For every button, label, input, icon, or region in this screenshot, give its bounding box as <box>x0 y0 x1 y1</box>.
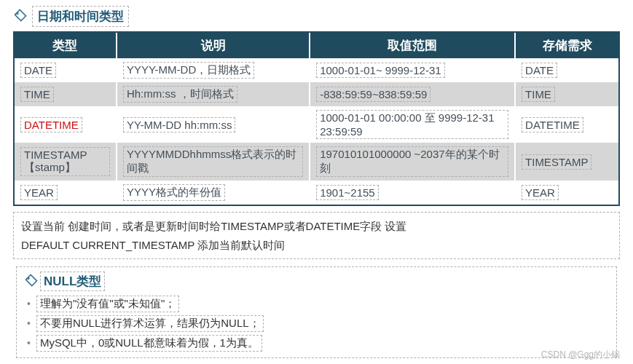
cell-value: DATE <box>20 63 56 78</box>
table-cell: TIMESTAMP【stamp】 <box>15 143 117 181</box>
table-cell: YY-MM-DD hh:mm:ss <box>117 106 310 143</box>
table-cell: DATETIME <box>15 106 117 143</box>
table-cell: 197010101000000 ~2037年的某个时刻 <box>310 143 516 181</box>
null-section: NULL类型 •理解为"没有值"或"未知值"；•不要用NULL进行算术运算，结果… <box>16 266 617 358</box>
note-line: 设置当前 创建时间，或者是更新时间时给TIMESTAMP或者DATETIME字段… <box>21 217 612 236</box>
table-cell: 1901~2155 <box>310 181 516 205</box>
th-storage: 存储需求 <box>516 33 618 58</box>
cell-value: YYYY-MM-DD，日期格式 <box>123 62 254 79</box>
note-block: 设置当前 创建时间，或者是更新时间时给TIMESTAMP或者DATETIME字段… <box>13 212 620 259</box>
cell-value: 1901~2155 <box>316 185 379 200</box>
null-heading: NULL类型 <box>24 272 609 291</box>
heading-title: 日期和时间类型 <box>32 6 129 27</box>
list-item: MySQL中，0或NULL都意味着为假，1为真。 <box>36 335 262 352</box>
cell-value: YY-MM-DD hh:mm:ss <box>123 117 235 132</box>
list-item: 理解为"没有值"或"未知值"； <box>36 296 179 312</box>
table-cell: YYYYMMDDhhmmss格式表示的时间戳 <box>117 143 310 181</box>
table-row: DATEYYYY-MM-DD，日期格式1000-01-01~ 9999-12-3… <box>15 58 618 82</box>
table-cell: DATE <box>516 58 618 82</box>
tag-icon <box>13 8 28 25</box>
table-cell: DATE <box>15 58 117 82</box>
cell-value: YYYY格式的年份值 <box>123 184 225 201</box>
table-header-row: 类型 说明 取值范围 存储需求 <box>15 33 618 58</box>
table-cell: YYYY-MM-DD，日期格式 <box>117 58 310 82</box>
table-cell: YEAR <box>15 181 117 205</box>
th-type: 类型 <box>15 33 117 58</box>
cell-value: Hh:mm:ss ，时间格式 <box>123 86 237 103</box>
null-title: NULL类型 <box>40 272 105 291</box>
bullet-dot: • <box>27 298 31 309</box>
table-cell: Hh:mm:ss ，时间格式 <box>117 82 310 106</box>
cell-value: -838:59:59~838:59:59 <box>316 87 430 102</box>
table-row: DATETIMEYY-MM-DD hh:mm:ss1000-01-01 00:0… <box>15 106 618 143</box>
bullet-dot: • <box>27 317 31 329</box>
table-cell: YEAR <box>516 181 618 205</box>
table-row: YEARYYYY格式的年份值1901~2155YEAR <box>15 181 618 205</box>
cell-value: YEAR <box>20 185 58 200</box>
cell-value: TIMESTAMP【stamp】 <box>20 147 110 176</box>
table-cell: YYYY格式的年份值 <box>117 181 310 205</box>
th-range: 取值范围 <box>310 33 516 58</box>
table-cell: TIME <box>15 82 117 106</box>
section-heading: 日期和时间类型 <box>13 6 620 27</box>
th-desc: 说明 <box>117 33 310 58</box>
table-row: TIMEHh:mm:ss ，时间格式-838:59:59~838:59:59TI… <box>15 82 618 106</box>
bullet-list: •理解为"没有值"或"未知值"；•不要用NULL进行算术运算，结果仍为NULL；… <box>27 294 609 353</box>
table-cell: TIMESTAMP <box>516 143 618 181</box>
cell-value: 1000-01-01 00:00:00 至 9999-12-31 23:59:5… <box>316 110 508 139</box>
cell-value: TIMESTAMP <box>522 154 591 170</box>
table-cell: DATETIME <box>516 106 618 143</box>
table-cell: 1000-01-01 00:00:00 至 9999-12-31 23:59:5… <box>310 106 516 143</box>
cell-value: TIME <box>522 87 555 102</box>
cell-value: YEAR <box>522 185 559 200</box>
cell-value: DATETIME <box>20 117 82 132</box>
list-item: 不要用NULL进行算术运算，结果仍为NULL； <box>36 315 264 332</box>
cell-value: YYYYMMDDhhmmss格式表示的时间戳 <box>123 146 303 177</box>
watermark: CSDN @Ggg的小锅 <box>541 349 620 361</box>
date-time-table: 类型 说明 取值范围 存储需求 DATEYYYY-MM-DD，日期格式1000-… <box>13 31 620 206</box>
table-cell: -838:59:59~838:59:59 <box>310 82 516 106</box>
cell-value: TIME <box>20 87 54 102</box>
cell-value: 197010101000000 ~2037年的某个时刻 <box>316 146 508 177</box>
bullet-dot: • <box>27 337 31 349</box>
table-row: TIMESTAMP【stamp】YYYYMMDDhhmmss格式表示的时间戳19… <box>15 143 618 181</box>
note-line: DEFAULT CURRENT_TIMESTAMP 添加当前默认时间 <box>21 236 612 255</box>
cell-value: 1000-01-01~ 9999-12-31 <box>316 63 444 78</box>
tag-icon <box>24 273 39 290</box>
table-cell: 1000-01-01~ 9999-12-31 <box>310 58 516 82</box>
table-cell: TIME <box>516 82 618 106</box>
cell-value: DATETIME <box>522 117 583 132</box>
cell-value: DATE <box>522 63 557 78</box>
